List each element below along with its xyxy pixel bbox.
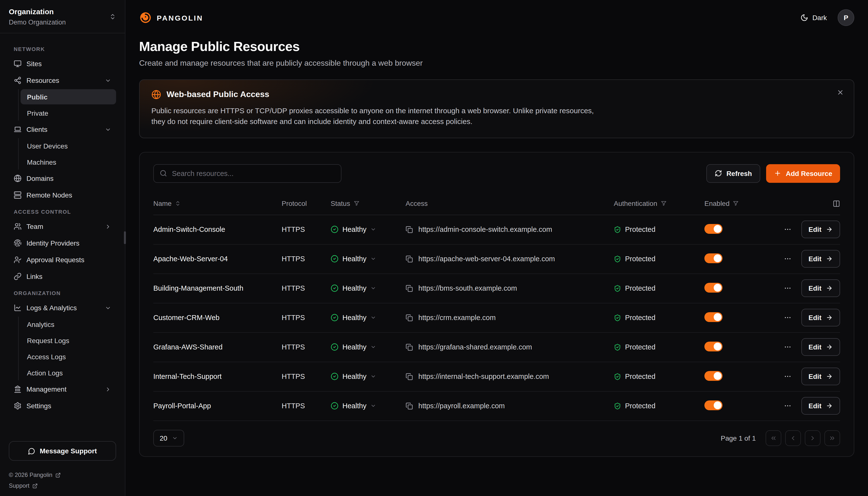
enabled-toggle[interactable] bbox=[704, 282, 723, 292]
table-row: Payroll-Portal-App HTTPS Healthy https:/… bbox=[153, 391, 840, 421]
edit-button[interactable]: Edit bbox=[801, 368, 840, 385]
avatar[interactable]: P bbox=[838, 9, 854, 26]
copy-url-button[interactable] bbox=[406, 284, 413, 292]
sidebar-item-action-logs[interactable]: Action Logs bbox=[20, 365, 116, 380]
column-header-authentication[interactable]: Authentication bbox=[614, 200, 704, 207]
edit-button[interactable]: Edit bbox=[801, 220, 840, 238]
column-header-name[interactable]: Name bbox=[153, 200, 282, 207]
refresh-button[interactable]: Refresh bbox=[706, 164, 760, 183]
globe-icon bbox=[151, 90, 161, 99]
sidebar-item-management[interactable]: Management bbox=[9, 381, 116, 397]
next-page-button[interactable] bbox=[805, 430, 820, 446]
sidebar-item-request-logs[interactable]: Request Logs bbox=[20, 333, 116, 348]
status-cell[interactable]: Healthy bbox=[331, 284, 406, 292]
enabled-toggle[interactable] bbox=[704, 400, 723, 410]
resource-url[interactable]: https://payroll.example.com bbox=[418, 402, 505, 410]
enabled-toggle[interactable] bbox=[704, 224, 723, 234]
sidebar-item-remote-nodes[interactable]: Remote Nodes bbox=[9, 187, 116, 203]
copy-url-button[interactable] bbox=[406, 373, 413, 380]
add-resource-button[interactable]: Add Resource bbox=[766, 164, 840, 183]
support-link[interactable]: Support bbox=[9, 482, 116, 489]
status-cell[interactable]: Healthy bbox=[331, 314, 406, 322]
status-cell[interactable]: Healthy bbox=[331, 372, 406, 380]
enabled-toggle[interactable] bbox=[704, 312, 723, 322]
sidebar-item-domains[interactable]: Domains bbox=[9, 171, 116, 186]
row-menu-button[interactable] bbox=[782, 400, 793, 412]
copy-icon bbox=[406, 402, 413, 409]
copy-url-button[interactable] bbox=[406, 402, 413, 409]
row-menu-button[interactable] bbox=[782, 312, 793, 324]
sidebar-item-logs-analytics[interactable]: Logs & Analytics bbox=[9, 300, 116, 316]
clients-icon bbox=[14, 125, 21, 133]
shield-check-icon bbox=[614, 402, 621, 409]
banner-close-button[interactable] bbox=[837, 89, 844, 96]
page-size-select[interactable]: 20 bbox=[153, 430, 184, 446]
enabled-toggle[interactable] bbox=[704, 253, 723, 263]
sidebar-item-machines[interactable]: Machines bbox=[20, 154, 116, 170]
first-page-button[interactable] bbox=[766, 430, 781, 446]
status-label: Healthy bbox=[342, 314, 366, 322]
sidebar-item-public[interactable]: Public bbox=[20, 89, 116, 104]
sidebar-resize-handle[interactable] bbox=[124, 231, 126, 244]
sidebar-item-settings[interactable]: Settings bbox=[9, 398, 116, 414]
resource-url[interactable]: https://apache-web-server-04.example.com bbox=[418, 255, 555, 263]
resource-url[interactable]: https://admin-console-switch.example.com bbox=[418, 226, 552, 233]
sidebar-item-sites[interactable]: Sites bbox=[9, 56, 116, 72]
resource-url[interactable]: https://internal-tech-support.example.co… bbox=[418, 372, 549, 380]
sidebar-item-team[interactable]: Team bbox=[9, 219, 116, 234]
resource-url[interactable]: https://bms-south.example.com bbox=[418, 284, 517, 292]
last-page-button[interactable] bbox=[824, 430, 840, 446]
resource-protocol: HTTPS bbox=[282, 402, 331, 410]
copy-url-button[interactable] bbox=[406, 255, 413, 262]
sidebar-item-private[interactable]: Private bbox=[20, 105, 116, 121]
status-cell[interactable]: Healthy bbox=[331, 402, 406, 410]
row-menu-button[interactable] bbox=[782, 223, 793, 235]
row-menu-button[interactable] bbox=[782, 341, 793, 353]
edit-button[interactable]: Edit bbox=[801, 397, 840, 415]
status-cell[interactable]: Healthy bbox=[331, 226, 406, 233]
chevron-right-icon bbox=[105, 386, 111, 392]
sidebar-item-access-logs[interactable]: Access Logs bbox=[20, 349, 116, 364]
message-support-button[interactable]: Message Support bbox=[9, 441, 116, 461]
chevron-down-icon bbox=[105, 77, 111, 83]
copy-icon bbox=[406, 314, 413, 321]
edit-button[interactable]: Edit bbox=[801, 338, 840, 356]
sidebar-item-user-devices[interactable]: User Devices bbox=[20, 138, 116, 153]
sidebar-item-resources[interactable]: Resources bbox=[9, 73, 116, 88]
enabled-toggle[interactable] bbox=[704, 371, 723, 381]
resource-url[interactable]: https://crm.example.com bbox=[418, 314, 496, 322]
resource-url[interactable]: https://grafana-shared.example.com bbox=[418, 343, 532, 351]
prev-page-button[interactable] bbox=[785, 430, 801, 446]
enabled-toggle[interactable] bbox=[704, 341, 723, 351]
section-title-access-control: ACCESS CONTROL bbox=[14, 209, 111, 215]
copy-url-button[interactable] bbox=[406, 343, 413, 351]
copy-url-button[interactable] bbox=[406, 314, 413, 321]
row-menu-button[interactable] bbox=[782, 371, 793, 382]
copy-url-button[interactable] bbox=[406, 226, 413, 233]
status-cell[interactable]: Healthy bbox=[331, 343, 406, 351]
row-menu-button[interactable] bbox=[782, 253, 793, 265]
theme-toggle[interactable]: Dark bbox=[801, 14, 827, 21]
copy-icon bbox=[406, 373, 413, 380]
status-cell[interactable]: Healthy bbox=[331, 255, 406, 263]
row-menu-button[interactable] bbox=[782, 282, 793, 294]
enabled-cell bbox=[704, 341, 773, 353]
sidebar-item-links[interactable]: Links bbox=[9, 268, 116, 284]
column-header-status[interactable]: Status bbox=[331, 200, 406, 207]
sidebar-item-analytics[interactable]: Analytics bbox=[20, 316, 116, 332]
chevron-left-icon bbox=[790, 434, 797, 441]
search-input[interactable] bbox=[172, 169, 335, 177]
section-title-network: NETWORK bbox=[14, 46, 111, 52]
actions-cell: Edit bbox=[773, 397, 840, 415]
sidebar-item-approval-requests[interactable]: Approval Requests bbox=[9, 252, 116, 268]
edit-button[interactable]: Edit bbox=[801, 250, 840, 268]
column-settings[interactable] bbox=[773, 200, 840, 207]
org-switcher[interactable]: Organization Demo Organization bbox=[0, 0, 125, 33]
column-header-enabled[interactable]: Enabled bbox=[704, 200, 773, 207]
copyright-link[interactable]: © 2026 Pangolin bbox=[9, 471, 116, 478]
edit-button[interactable]: Edit bbox=[801, 309, 840, 326]
sidebar-item-identity-providers[interactable]: Identity Providers bbox=[9, 235, 116, 251]
sidebar-item-clients[interactable]: Clients bbox=[9, 122, 116, 137]
fingerprint-icon bbox=[14, 239, 21, 247]
edit-button[interactable]: Edit bbox=[801, 279, 840, 297]
